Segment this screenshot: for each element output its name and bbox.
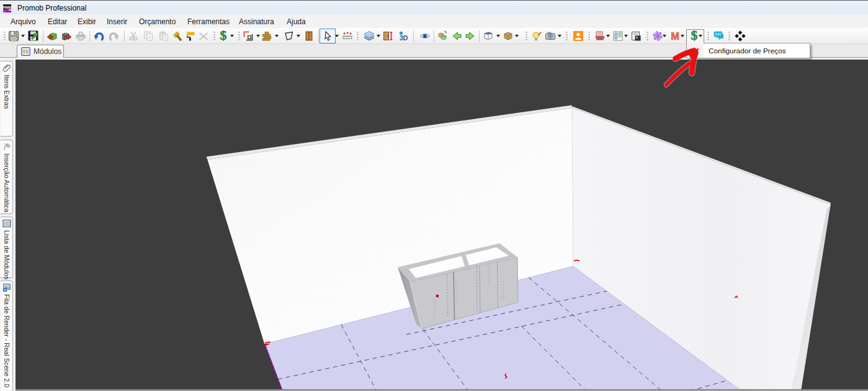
svg-text:M: M: [671, 30, 679, 42]
svg-text:THRESHER ON: THRESHER ON: [455, 279, 459, 302]
svg-text:$: $: [220, 30, 227, 42]
svg-text:THRESHER ON: THRESHER ON: [487, 263, 491, 285]
svg-text:$: $: [691, 30, 698, 42]
svg-text:3D: 3D: [400, 34, 408, 42]
svg-text:NO MATERIAL: NO MATERIAL: [432, 297, 436, 318]
svg-text:PMB: PMB: [3, 6, 11, 9]
svg-text:NO MATERIAL: NO MATERIAL: [501, 279, 505, 300]
